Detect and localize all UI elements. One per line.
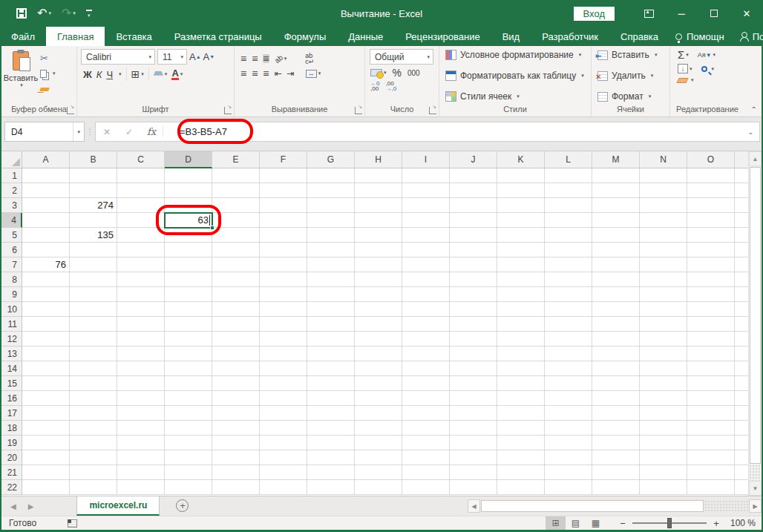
autosum-button[interactable]: Σ▾ (678, 50, 689, 60)
cell-I2[interactable] (402, 183, 450, 198)
cell-B13[interactable] (70, 347, 117, 361)
cell-N8[interactable] (640, 272, 687, 287)
cell-J16[interactable] (450, 391, 497, 406)
vertical-scrollbar[interactable]: ▲ ▼ (748, 151, 762, 496)
cell-C14[interactable] (117, 361, 165, 376)
cell-K12[interactable] (497, 332, 545, 347)
insert-function-button[interactable]: fx (140, 126, 163, 137)
cell-I21[interactable] (402, 465, 450, 480)
cell-F1[interactable] (260, 168, 307, 183)
cell-D13[interactable] (165, 347, 212, 361)
column-header-N[interactable]: N (640, 151, 687, 168)
cell-B18[interactable] (70, 421, 117, 436)
cell-G20[interactable] (307, 450, 355, 465)
cell-I4[interactable] (402, 213, 450, 228)
cell-G22[interactable] (307, 480, 355, 495)
cell-M18[interactable] (592, 421, 640, 436)
cell-N22[interactable] (640, 480, 687, 495)
cells-item-2[interactable]: Удалить▾ (597, 70, 667, 81)
dialog-launcher-icon[interactable] (224, 107, 232, 114)
cell-F16[interactable] (260, 391, 307, 406)
cell-D11[interactable] (165, 317, 212, 332)
paste-button[interactable]: Вставить ▾ (3, 48, 39, 104)
row-header-16[interactable]: 16 (1, 391, 22, 406)
cell-J18[interactable] (450, 421, 497, 436)
cell-J17[interactable] (450, 406, 497, 421)
cell-D16[interactable] (165, 391, 212, 406)
cell-O12[interactable] (687, 332, 735, 347)
cell-J1[interactable] (450, 168, 497, 183)
cell-H5[interactable] (355, 228, 402, 243)
cell-O3[interactable] (687, 198, 735, 213)
cell-partial-4[interactable] (735, 213, 748, 228)
cell-D15[interactable] (165, 376, 212, 391)
cell-J3[interactable] (450, 198, 497, 213)
name-box[interactable]: D4 ▾ (4, 122, 85, 142)
cell-G18[interactable] (307, 421, 355, 436)
cell-L12[interactable] (545, 332, 592, 347)
cell-A12[interactable] (22, 332, 70, 347)
cell-partial-18[interactable] (735, 421, 748, 436)
tab-разработчик[interactable]: Разработчик (531, 27, 609, 46)
cell-E19[interactable] (212, 436, 260, 450)
cell-H19[interactable] (355, 436, 402, 450)
cell-D5[interactable] (165, 228, 212, 243)
cell-E10[interactable] (212, 302, 260, 317)
cell-H9[interactable] (355, 287, 402, 302)
cell-F6[interactable] (260, 243, 307, 257)
sort-filter-button[interactable]: Ая▼▾ (698, 51, 715, 59)
underline-button[interactable]: Ч (106, 69, 113, 80)
cell-J15[interactable] (450, 376, 497, 391)
cell-A2[interactable] (22, 183, 70, 198)
cell-partial-11[interactable] (735, 317, 748, 332)
column-header-L[interactable]: L (545, 151, 592, 168)
cell-A7[interactable]: 76 (22, 257, 70, 272)
sheet-tab-active[interactable]: microexcel.ru (76, 496, 160, 516)
cell-K8[interactable] (497, 272, 545, 287)
cell-partial-12[interactable] (735, 332, 748, 347)
fill-button[interactable]: ↓▾ (678, 64, 692, 73)
cell-M8[interactable] (592, 272, 640, 287)
cell-B16[interactable] (70, 391, 117, 406)
save-button[interactable] (16, 8, 27, 19)
cell-O4[interactable] (687, 213, 735, 228)
find-select-button[interactable]: ▾ (701, 66, 715, 72)
font-name-combo[interactable]: Calibri▾ (81, 49, 155, 65)
cell-B10[interactable] (70, 302, 117, 317)
cell-M17[interactable] (592, 406, 640, 421)
cell-O14[interactable] (687, 361, 735, 376)
prev-sheet-icon[interactable]: ◀ (10, 502, 16, 510)
close-button[interactable]: ✕ (730, 0, 763, 27)
cell-D8[interactable] (165, 272, 212, 287)
decrease-decimal-button[interactable]: ,00→,0 (385, 81, 396, 91)
cell-A16[interactable] (22, 391, 70, 406)
row-header-4[interactable]: 4 (1, 213, 22, 228)
cell-L16[interactable] (545, 391, 592, 406)
cell-C11[interactable] (117, 317, 165, 332)
cell-B21[interactable] (70, 465, 117, 480)
cell-L2[interactable] (545, 183, 592, 198)
column-header-M[interactable]: M (592, 151, 640, 168)
row-header-6[interactable]: 6 (1, 243, 22, 257)
cell-A21[interactable] (22, 465, 70, 480)
cell-C22[interactable] (117, 480, 165, 495)
cell-H3[interactable] (355, 198, 402, 213)
cell-K18[interactable] (497, 421, 545, 436)
cell-partial-17[interactable] (735, 406, 748, 421)
merge-center-button[interactable]: ↔▾ (306, 70, 321, 78)
cell-N6[interactable] (640, 243, 687, 257)
cell-partial-14[interactable] (735, 361, 748, 376)
cell-B17[interactable] (70, 406, 117, 421)
cell-M7[interactable] (592, 257, 640, 272)
cell-partial-9[interactable] (735, 287, 748, 302)
cell-M6[interactable] (592, 243, 640, 257)
cell-N20[interactable] (640, 450, 687, 465)
cell-N11[interactable] (640, 317, 687, 332)
cell-I14[interactable] (402, 361, 450, 376)
cell-E5[interactable] (212, 228, 260, 243)
cell-K6[interactable] (497, 243, 545, 257)
cell-L9[interactable] (545, 287, 592, 302)
cell-N4[interactable] (640, 213, 687, 228)
column-header-C[interactable]: C (117, 151, 165, 168)
cell-H7[interactable] (355, 257, 402, 272)
